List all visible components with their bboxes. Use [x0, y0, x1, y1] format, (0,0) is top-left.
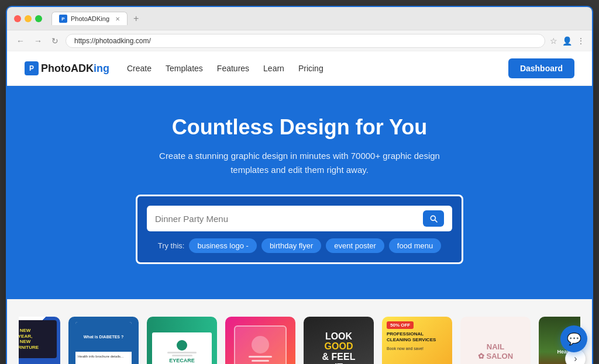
hero-subtitle: Create a stunning graphic design in minu…: [153, 149, 446, 177]
hero-title: Countless Design for You: [19, 115, 580, 140]
template-card-productad: 50% OFF PROFESSIONAL CLEANING SERVICES B…: [382, 317, 452, 364]
brochure-top: What is DIABETES ?: [75, 322, 132, 352]
chat-icon: 💬: [567, 332, 581, 346]
template-brochure[interactable]: What is DIABETES ? Health info brochure …: [68, 317, 139, 364]
nav-links: Create Templates Features Learn Pricing: [127, 64, 508, 73]
minimize-dot[interactable]: [25, 15, 32, 22]
tag-event-poster[interactable]: event poster: [326, 238, 384, 253]
template-productad[interactable]: 50% OFF PROFESSIONAL CLEANING SERVICES B…: [382, 317, 452, 364]
tab-favicon: P: [59, 15, 67, 23]
template-card-invitation: Birthday Party: [225, 317, 295, 364]
try-this-row: Try this: business logo - birthday flyer…: [147, 238, 452, 253]
brochure-bottom: Health info brochure details...: [75, 352, 132, 361]
tag-birthday-flyer[interactable]: birthday flyer: [261, 238, 321, 253]
browser-dots: [14, 15, 42, 22]
flyer-inner: NEWYEAR,NEWFURNITURE: [19, 320, 57, 358]
template-card-poster: LOOKGOOD& FEELIT: [304, 317, 374, 364]
tab-close-button[interactable]: ✕: [115, 16, 120, 22]
biz-logo-circle: [177, 340, 187, 351]
tag-food-menu[interactable]: food menu: [389, 238, 441, 253]
site-logo[interactable]: P PhotoADKing: [25, 61, 109, 75]
tab-bar: P PhotoADKing ✕ +: [51, 12, 141, 25]
productad-badge: 50% OFF: [387, 321, 414, 329]
browser-window: P PhotoADKing ✕ + ← → ↻ ☆ 👤 ⋮ P PhotoADK…: [6, 6, 593, 364]
biz-text-1: [167, 352, 197, 353]
back-button[interactable]: ←: [14, 35, 27, 47]
logo-icon: P: [25, 61, 39, 75]
try-this-label: Try this:: [158, 241, 185, 250]
templates-section: NEWYEAR,NEWFURNITURE Flyer What is DIABE…: [7, 299, 592, 364]
biz-text-2: [172, 355, 192, 356]
logo-text: PhotoADKing: [41, 63, 109, 75]
chat-bubble[interactable]: 💬: [560, 325, 587, 352]
tab-label: PhotoADKing: [71, 15, 109, 22]
bizcard-inner: EYECARE: [152, 332, 212, 364]
template-logo[interactable]: NAIL✿ SALON Logo: [460, 317, 531, 364]
search-button[interactable]: [423, 210, 444, 227]
hero-section: Countless Design for You Create a stunni…: [7, 86, 592, 299]
template-card-bizcard: EYECARE: [147, 317, 217, 364]
nav-features[interactable]: Features: [217, 64, 249, 73]
bookmark-icon[interactable]: ☆: [550, 36, 557, 46]
search-icon: [429, 214, 438, 223]
address-bar-icons: ☆ 👤 ⋮: [550, 36, 585, 46]
templates-grid: NEWYEAR,NEWFURNITURE Flyer What is DIABE…: [19, 317, 580, 364]
nav-learn[interactable]: Learn: [263, 64, 284, 73]
productad-title: PROFESSIONAL CLEANING SERVICES: [387, 331, 447, 344]
maximize-dot[interactable]: [35, 15, 42, 22]
nail-salon-text: NAIL✿ SALON: [478, 342, 513, 360]
template-card-flyer: NEWYEAR,NEWFURNITURE: [19, 317, 60, 364]
website-content: P PhotoADKing Create Templates Features …: [7, 51, 592, 364]
url-input[interactable]: [66, 34, 545, 48]
inv-circle: [252, 336, 269, 353]
nav-templates[interactable]: Templates: [166, 64, 203, 73]
dashboard-button[interactable]: Dashboard: [508, 58, 574, 78]
brochure-inner: What is DIABETES ? Health info brochure …: [75, 322, 132, 364]
productad-subtitle: Book now and save!: [387, 346, 447, 351]
eyecare-label: EYECARE: [169, 358, 195, 363]
template-card-logo: NAIL✿ SALON: [460, 317, 531, 364]
template-bizcard[interactable]: EYECARE Business Card: [147, 317, 217, 364]
search-input[interactable]: [155, 214, 423, 224]
main-nav: P PhotoADKing Create Templates Features …: [7, 51, 592, 86]
nav-create[interactable]: Create: [127, 64, 152, 73]
nav-right: Dashboard: [508, 58, 574, 78]
nav-pricing[interactable]: Pricing: [298, 64, 323, 73]
template-card-brochure: What is DIABETES ? Health info brochure …: [68, 317, 139, 364]
tag-business-logo[interactable]: business logo -: [189, 238, 256, 253]
close-dot[interactable]: [14, 15, 21, 22]
browser-tab[interactable]: P PhotoADKing ✕: [51, 12, 128, 25]
poster-text: LOOKGOOD& FEELIT: [322, 331, 356, 364]
reload-button[interactable]: ↻: [49, 35, 61, 47]
template-poster[interactable]: LOOKGOOD& FEELIT Poster: [304, 317, 374, 364]
address-bar: ← → ↻ ☆ 👤 ⋮: [7, 30, 592, 51]
menu-icon[interactable]: ⋮: [577, 36, 585, 46]
inv-text-1: [249, 356, 272, 358]
search-box-wrapper: Try this: business logo - birthday flyer…: [136, 195, 463, 264]
browser-titlebar: P PhotoADKing ✕ +: [7, 7, 592, 30]
template-invitation[interactable]: Birthday Party Invitation: [225, 317, 295, 364]
template-flyer[interactable]: NEWYEAR,NEWFURNITURE Flyer: [19, 317, 60, 364]
new-tab-button[interactable]: +: [131, 13, 141, 24]
invitation-inner: Birthday Party: [234, 325, 287, 364]
inv-text-2: [252, 360, 269, 362]
forward-button[interactable]: →: [32, 35, 44, 47]
search-input-row: [147, 206, 452, 231]
profile-icon[interactable]: 👤: [562, 36, 572, 46]
